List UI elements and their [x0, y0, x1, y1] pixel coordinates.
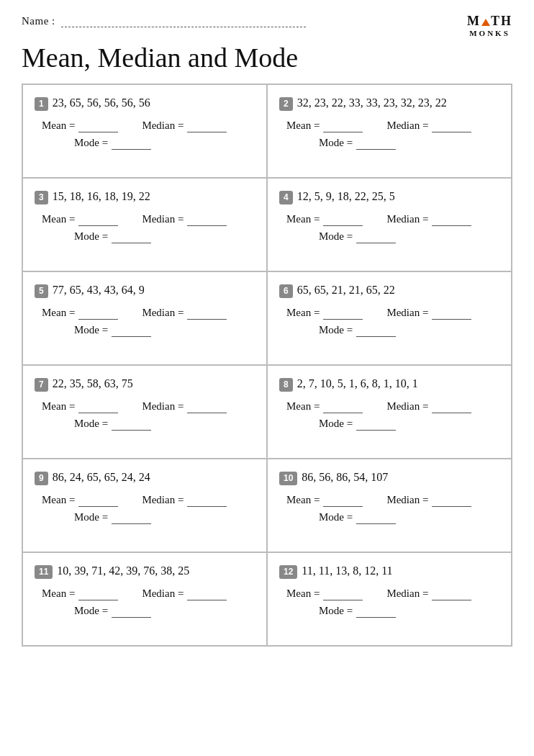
- problem-number-4: 4: [279, 191, 293, 204]
- logo-monks: MONKS: [469, 29, 510, 37]
- mean-blank-10[interactable]: [323, 494, 363, 507]
- mean-median-row-2: Mean = Median =: [286, 120, 499, 132]
- problem-number-9: 9: [35, 472, 48, 485]
- mean-blank-1[interactable]: [78, 120, 118, 132]
- mean-label-5: Mean =: [42, 307, 75, 319]
- problem-number-1: 1: [35, 97, 48, 111]
- mean-item-7: Mean =: [42, 400, 120, 413]
- mode-label-8: Mode =: [319, 418, 353, 430]
- median-item-11: Median =: [142, 588, 229, 600]
- data-set-10: 1086, 56, 86, 54, 107: [279, 469, 499, 485]
- problem-cell-2: 232, 23, 22, 33, 33, 23, 32, 23, 22 Mean…: [267, 84, 512, 178]
- mean-item-4: Mean =: [286, 213, 365, 226]
- mode-label-11: Mode =: [74, 605, 108, 617]
- mode-row-6: Mode =: [319, 324, 499, 337]
- data-set-5: 577, 65, 43, 43, 64, 9: [35, 282, 255, 298]
- mean-median-row-4: Mean = Median =: [286, 213, 499, 226]
- data-set-8: 82, 7, 10, 5, 1, 6, 8, 1, 10, 1: [279, 376, 499, 392]
- mean-blank-7[interactable]: [78, 400, 118, 413]
- mean-median-row-12: Mean = Median =: [286, 588, 499, 600]
- median-blank-12[interactable]: [432, 588, 471, 600]
- mode-blank-8[interactable]: [356, 418, 396, 431]
- median-blank-2[interactable]: [432, 120, 471, 132]
- data-set-6: 665, 65, 21, 21, 65, 22: [279, 282, 499, 298]
- problem-cell-3: 315, 18, 16, 18, 19, 22 Mean = Median = …: [22, 178, 267, 271]
- median-label-8: Median =: [386, 400, 428, 413]
- page-title: Mean, Median and Mode: [22, 42, 512, 73]
- mode-label-3: Mode =: [74, 230, 108, 243]
- mean-blank-6[interactable]: [323, 307, 363, 320]
- mode-blank-4[interactable]: [356, 230, 396, 243]
- mean-blank-9[interactable]: [78, 494, 118, 507]
- mean-label-2: Mean =: [286, 120, 320, 132]
- data-set-7: 722, 35, 58, 63, 75: [35, 376, 255, 392]
- median-blank-6[interactable]: [432, 307, 471, 320]
- mean-blank-11[interactable]: [78, 588, 118, 600]
- data-set-1: 123, 65, 56, 56, 56, 56: [35, 95, 255, 111]
- median-blank-7[interactable]: [187, 400, 227, 413]
- mode-blank-1[interactable]: [112, 137, 151, 150]
- mean-blank-4[interactable]: [323, 213, 363, 226]
- median-label-11: Median =: [142, 588, 184, 600]
- mode-row-11: Mode =: [74, 605, 255, 618]
- median-blank-3[interactable]: [187, 213, 227, 226]
- mode-row-12: Mode =: [319, 605, 499, 618]
- mean-blank-12[interactable]: [323, 588, 363, 600]
- name-field: Name :: [22, 14, 306, 27]
- mode-blank-12[interactable]: [356, 605, 396, 618]
- mean-blank-5[interactable]: [78, 307, 118, 320]
- problem-number-10: 10: [279, 472, 297, 485]
- mean-label-7: Mean =: [42, 400, 75, 413]
- mode-item-3: Mode =: [74, 230, 153, 243]
- median-blank-8[interactable]: [432, 400, 471, 413]
- data-set-3: 315, 18, 16, 18, 19, 22: [35, 189, 255, 204]
- mode-blank-7[interactable]: [112, 418, 151, 431]
- mean-label-10: Mean =: [286, 494, 320, 506]
- mode-row-1: Mode =: [74, 137, 255, 150]
- median-blank-11[interactable]: [187, 588, 227, 600]
- problem-cell-4: 412, 5, 9, 18, 22, 25, 5 Mean = Median =…: [267, 178, 512, 271]
- mode-label-6: Mode =: [319, 324, 353, 336]
- problem-number-8: 8: [279, 378, 293, 392]
- median-blank-5[interactable]: [187, 307, 227, 320]
- median-item-12: Median =: [386, 588, 474, 600]
- mode-row-8: Mode =: [319, 418, 499, 431]
- data-set-4: 412, 5, 9, 18, 22, 25, 5: [279, 189, 499, 204]
- mode-item-1: Mode =: [74, 137, 153, 150]
- median-blank-1[interactable]: [187, 120, 227, 132]
- problem-cell-7: 722, 35, 58, 63, 75 Mean = Median = Mode…: [22, 365, 267, 459]
- mode-label-1: Mode =: [74, 137, 108, 149]
- mean-label-4: Mean =: [286, 213, 320, 225]
- mean-item-1: Mean =: [42, 120, 120, 132]
- mode-blank-10[interactable]: [356, 511, 396, 524]
- mode-blank-11[interactable]: [112, 605, 151, 618]
- mode-item-2: Mode =: [319, 137, 398, 150]
- mode-item-7: Mode =: [74, 418, 153, 431]
- mode-blank-3[interactable]: [112, 230, 151, 243]
- mean-blank-2[interactable]: [323, 120, 363, 132]
- name-underline: [61, 27, 306, 27]
- median-label-12: Median =: [386, 588, 428, 600]
- mean-blank-3[interactable]: [78, 213, 118, 226]
- data-set-12: 1211, 11, 13, 8, 12, 11: [279, 563, 499, 579]
- median-blank-9[interactable]: [187, 494, 227, 507]
- mean-blank-8[interactable]: [323, 400, 363, 413]
- median-item-3: Median =: [142, 213, 229, 226]
- mode-row-10: Mode =: [319, 511, 499, 524]
- mode-blank-2[interactable]: [356, 137, 396, 150]
- problem-number-3: 3: [35, 191, 48, 204]
- median-blank-10[interactable]: [432, 494, 471, 507]
- median-item-1: Median =: [142, 120, 229, 132]
- mean-item-9: Mean =: [42, 494, 120, 507]
- mode-row-5: Mode =: [74, 324, 255, 337]
- mode-blank-5[interactable]: [112, 324, 151, 337]
- problem-number-5: 5: [35, 284, 48, 298]
- mean-label-6: Mean =: [286, 307, 320, 319]
- median-blank-4[interactable]: [432, 213, 471, 226]
- data-set-2: 232, 23, 22, 33, 33, 23, 32, 23, 22: [279, 95, 499, 111]
- logo-math: MTH: [467, 14, 512, 29]
- mode-blank-6[interactable]: [356, 324, 396, 337]
- mode-label-2: Mode =: [319, 137, 353, 149]
- mode-blank-9[interactable]: [112, 511, 151, 524]
- mode-label-7: Mode =: [74, 418, 108, 430]
